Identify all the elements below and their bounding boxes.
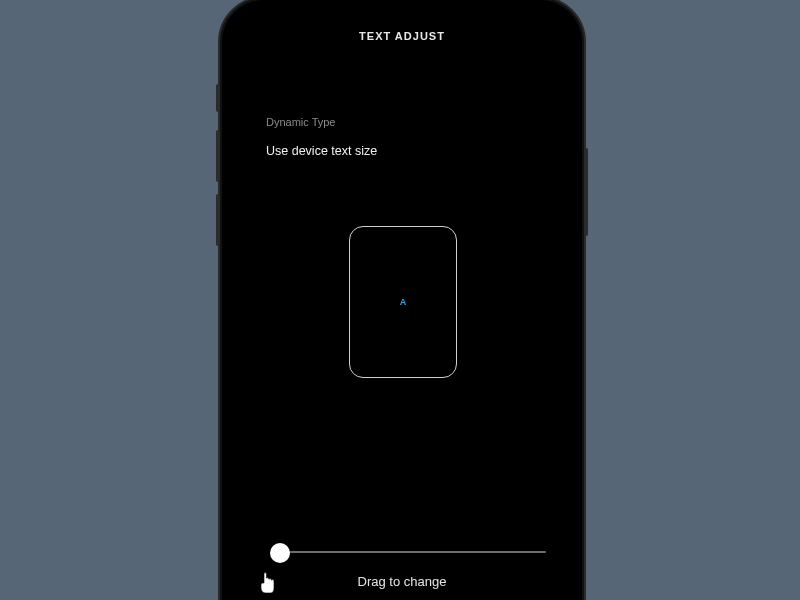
screen: TEXT ADJUST Dynamic Type Use device text… [232, 10, 572, 600]
text-size-preview-letter: A [349, 226, 457, 378]
page-title: TEXT ADJUST [232, 30, 572, 42]
slider-track [276, 551, 546, 553]
phone-side-button [216, 84, 220, 112]
phone-frame: TEXT ADJUST Dynamic Type Use device text… [218, 0, 586, 600]
slider-hint: Drag to change [232, 574, 572, 589]
phone-volume-up-button [216, 130, 220, 182]
text-size-slider[interactable] [266, 540, 546, 564]
stage: TEXT ADJUST Dynamic Type Use device text… [0, 0, 800, 600]
phone-volume-down-button [216, 194, 220, 246]
setting-use-device-text-size[interactable]: Use device text size [266, 144, 377, 158]
section-label: Dynamic Type [266, 116, 336, 128]
slider-thumb[interactable] [270, 543, 290, 563]
phone-power-button [584, 148, 588, 236]
